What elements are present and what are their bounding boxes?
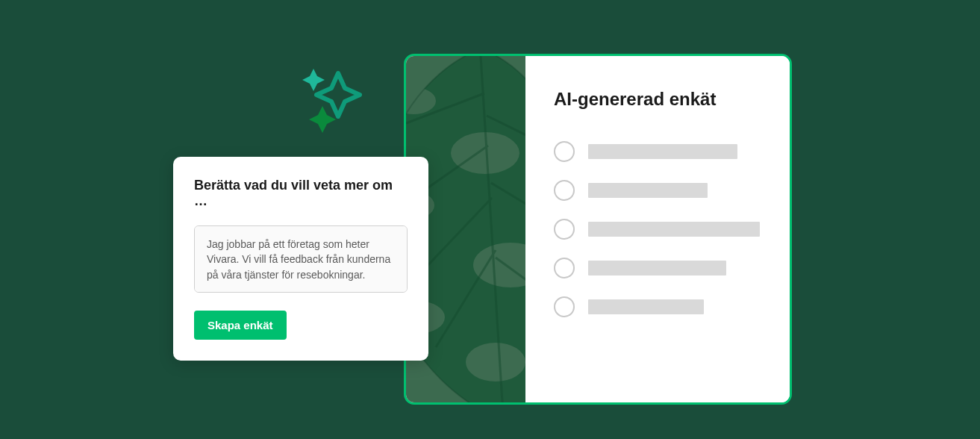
survey-option-row xyxy=(554,296,761,317)
option-placeholder xyxy=(588,183,708,198)
prompt-textarea[interactable] xyxy=(194,225,408,293)
survey-option-row xyxy=(554,219,761,240)
survey-option-row xyxy=(554,141,761,162)
survey-preview-card: AI-genererad enkät xyxy=(404,54,792,405)
preview-title: AI-genererad enkät xyxy=(554,89,761,110)
radio-icon[interactable] xyxy=(554,296,575,317)
radio-icon[interactable] xyxy=(554,219,575,240)
survey-option-row xyxy=(554,180,761,201)
option-placeholder xyxy=(588,261,726,275)
prompt-title: Berätta vad du vill veta mer om … xyxy=(194,178,408,209)
radio-icon[interactable] xyxy=(554,180,575,201)
sparkle-cluster-icon xyxy=(297,60,372,134)
option-placeholder xyxy=(588,222,760,237)
survey-option-row xyxy=(554,258,761,278)
preview-content: AI-genererad enkät xyxy=(525,56,790,402)
radio-icon[interactable] xyxy=(554,141,575,162)
radio-icon[interactable] xyxy=(554,258,575,278)
option-placeholder xyxy=(588,299,704,314)
create-survey-button[interactable]: Skapa enkät xyxy=(194,311,287,340)
prompt-card: Berätta vad du vill veta mer om … Skapa … xyxy=(173,157,428,361)
option-placeholder xyxy=(588,144,737,159)
